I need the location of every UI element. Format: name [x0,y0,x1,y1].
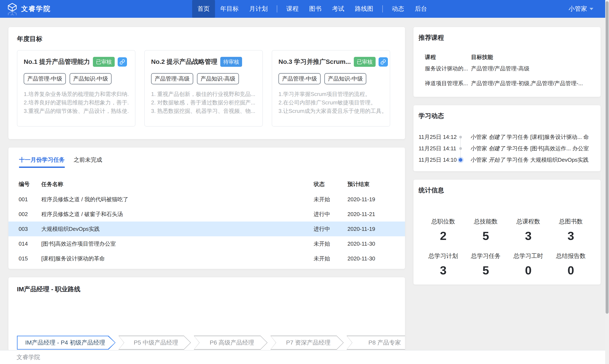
nav-item[interactable]: 月计划 [244,0,273,18]
task-id: 015 [19,255,41,262]
user-menu[interactable]: 小管家 [568,0,593,18]
statistics-grid: 总职位数 2 总技能数 5 总课程数 3 总图书数 3 [419,218,595,277]
skill-tag: 产品知识-中级 [325,73,366,84]
task-row[interactable]: 001 程序员修炼之道 / 我的代码被猫吃了 未开始 2020-11-19 [8,192,405,207]
page: 文睿学院 首页 年目标 月计划 课程 图书 考试 [0,0,609,364]
link-icon[interactable] [379,57,388,66]
footer-brand: 文睿学院 [16,353,40,361]
timeline-item: 11月25日 14:10 小管家 开始了 学习任务 大规模组织DevOps实践 [419,154,595,166]
stat-value: 0 [507,263,550,277]
stat-cell: 总技能数 5 [464,218,507,243]
nav-item[interactable]: 路线图 [350,0,379,18]
task-status: 未开始 [314,255,347,262]
stat-cell: 总学习任务 5 [464,252,507,277]
nav-item[interactable]: 后台 [409,0,432,18]
skill-tag: 产品管理-中级 [24,73,66,84]
career-step[interactable]: P6 高级产品经理 [194,336,268,350]
task-row[interactable]: 002 程序员修炼之道 / 破窗子和石头汤 进行中 2020-11-21 [8,207,405,221]
stat-value: 5 [464,263,507,277]
nav-item[interactable]: 年目标 [215,0,244,18]
goal-tags: 产品管理-中级 产品知识-中级 [24,73,129,84]
stat-label: 总学习工时 [507,252,550,260]
stat-value: 0 [550,263,592,277]
goal-description: 1.学习并掌握Scrum项目管理的流程。 2.在公司内部推广Scrum敏捷项目管… [278,90,383,115]
timeline-user: 小管家 [471,134,487,140]
stat-value: 3 [422,263,464,277]
task-id: 001 [19,196,41,203]
status-badge: 待审核 [220,57,242,67]
nav-item[interactable]: 动态 [387,0,409,18]
stat-value: 2 [422,229,464,243]
stat-label: 总结报告数 [550,252,592,260]
task-name: 程序员修炼之道 / 我的代码被猫吃了 [41,196,314,203]
nav-divider [277,5,277,13]
goal-row: No.1 提升产品管理能力 已审核 产品管理-中级 [17,50,396,127]
link-icon[interactable] [118,57,127,66]
task-name: 程序员修炼之道 / 破窗子和石头汤 [41,210,314,218]
goal-description-line: 1.培养复杂业务场景的梳理能力和需求归纳... [24,90,129,98]
timeline-text: 小管家 创建了 学习任务 [课程]服务设计驱动... 命 [471,133,589,141]
nav-item[interactable]: 图书 [304,0,327,18]
goal-title: No.1 提升产品管理能力 [24,57,90,66]
task-row[interactable]: 003 大规模组织DevOps实践 进行中 2020-11-19 [8,221,405,236]
skill-tag: 产品知识-高级 [197,73,239,84]
goal-head: No.2 提示产品战略管理 待审核 [151,57,256,67]
stat-label: 总学习任务 [464,252,507,260]
column-header-id: 编号 [19,181,41,188]
stat-cell: 总职位数 2 [422,218,464,243]
skill-tag: 产品知识-中级 [70,73,112,84]
goal-title: No.2 提示产品战略管理 [151,57,217,66]
skill-tag: 产品管理-中级 [278,73,321,84]
career-step[interactable]: P8 产品专家 [347,336,405,350]
user-name: 小管家 [568,5,587,13]
skill-tag: 产品管理-高级 [151,73,193,84]
goal-description-line: 1.学习并掌握Scrum项目管理的流程。 [278,90,383,98]
goal-head: No.1 提升产品管理能力 已审核 [24,57,129,67]
column-header-skill: 目标技能 [471,53,589,61]
recommended-courses-card: 推荐课程 课程 目标技能 服务设计驱动的... 产品管理/产品管理-高级 禅道项… [413,27,601,97]
statistics-title: 统计信息 [419,186,595,195]
course-row[interactable]: 禅道项目管理系... 产品管理/产品管理-初级,产品管理/产品管理-... [425,76,589,91]
career-step[interactable]: P5 中级产品经理 [119,336,191,350]
stat-cell: 总学习工时 0 [507,252,550,277]
statistics-card: 统计信息 总职位数 2 总技能数 5 总课程数 3 总图书数 [413,180,601,285]
nav-item[interactable]: 首页 [192,0,215,18]
career-path-card: IM产品经理 - 职业路线 IM产品经理 - P4 初级产品经理 P5 中级产品… [8,277,405,351]
task-id: 003 [19,226,41,232]
goal-card[interactable]: No.2 提示产品战略管理 待审核 产品管理-高级 产品知识-高级 1. [144,50,263,127]
nav-item[interactable]: 考试 [327,0,350,18]
task-id: 002 [19,211,41,218]
career-path-title: IM产品经理 - 职业路线 [17,285,396,294]
annual-goals-title: 年度目标 [17,35,396,43]
timeline-action: 开始了 [488,157,505,163]
goal-card[interactable]: No.1 提升产品管理能力 已审核 产品管理-中级 [17,50,135,127]
status-badge: 已审核 [354,57,376,67]
brand-home-link[interactable]: 文睿学院 [7,2,51,15]
activity-card: 学习动态 11月25日 14:12 小管家 创建了 学习任务 [课程]服务设计驱… [413,105,601,171]
timeline-action: 创建了 [488,134,505,140]
scrollbar-thumb[interactable] [606,1,609,314]
top-navbar: 文睿学院 首页 年目标 月计划 课程 图书 考试 [0,0,605,18]
task-end-date: 2020-11-19 [347,196,396,203]
nav-item[interactable]: 课程 [281,0,304,18]
tasks-tab[interactable]: 十一月份学习任务 [19,156,65,168]
tasks-table-header: 编号 任务名称 状态 预计结束 [8,176,405,192]
task-status: 未开始 [314,240,347,247]
activity-timeline: 11月25日 14:12 小管家 创建了 学习任务 [课程]服务设计驱动... … [419,131,595,166]
status-badge: 已审核 [93,57,115,67]
tasks-tab[interactable]: 之前未完成 [74,156,102,168]
stat-value: 3 [507,229,550,243]
goal-tags: 产品管理-高级 产品知识-高级 [151,73,256,84]
career-step-label: P5 中级产品经理 [119,336,191,350]
career-step[interactable]: P7 资深产品经理 [271,336,344,350]
course-name: 服务设计驱动的... [425,65,471,72]
task-row[interactable]: 014 [图书]高效运作项目管理办公室 未开始 2020-11-30 [8,236,405,251]
career-step[interactable]: IM产品经理 - P4 初级产品经理 [17,336,116,350]
timeline-detail: 学习任务 大规模组织DevOps实践 [507,157,588,163]
recommended-courses-table: 课程 目标技能 服务设计驱动的... 产品管理/产品管理-高级 禅道项目管理系.… [425,53,589,91]
goal-description-line: 2.培养良好的逻辑思维能力和想象力，善于... [24,98,129,107]
course-row[interactable]: 服务设计驱动的... 产品管理/产品管理-高级 [425,61,589,76]
tasks-card: 十一月份学习任务 之前未完成 编号 任务名称 状态 预计结束 001 程序员修炼… [8,148,405,269]
goal-card[interactable]: No.3 学习并推广Scrum... 已审核 产品管理-中级 [272,50,390,127]
task-row[interactable]: 015 [课程]服务设计驱动的革命 未开始 2020-11-30 [8,251,405,266]
